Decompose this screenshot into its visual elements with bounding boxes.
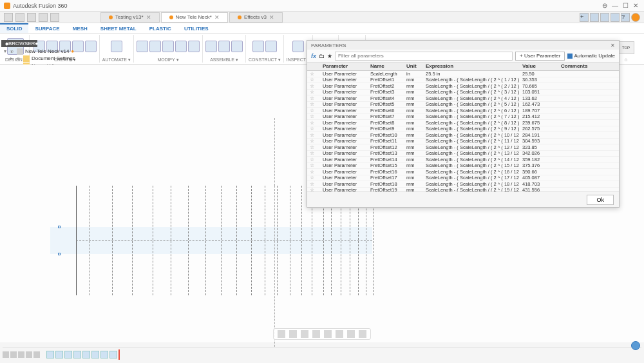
cell-comments[interactable] <box>558 104 619 105</box>
window-minimize[interactable]: — <box>611 1 620 10</box>
ribbon-tool-icon[interactable] <box>149 41 161 52</box>
cell-comments[interactable] <box>558 177 619 179</box>
timeline-feature[interactable] <box>46 351 54 358</box>
timeline-play-icon[interactable] <box>18 351 24 358</box>
grid-settings-icon[interactable] <box>347 330 355 338</box>
cell-expression[interactable]: ScaleLength - ( ScaleLength / ( 2 ^ ( 19… <box>423 186 520 191</box>
cell-comments[interactable] <box>558 183 619 184</box>
corner-identity-icon[interactable] <box>631 341 640 350</box>
ribbon-tool-icon[interactable] <box>162 41 174 52</box>
cell-comments[interactable] <box>558 134 619 135</box>
job-status-icon[interactable] <box>611 13 620 22</box>
timeline-feature[interactable] <box>91 351 99 358</box>
cell-name[interactable]: FretOffset19 <box>368 186 404 191</box>
ribbon-group-label[interactable]: CONSTRUCT ▾ <box>249 57 281 63</box>
zoom-icon[interactable] <box>312 330 320 338</box>
auto-update-checkbox[interactable]: Automatic Update <box>567 53 615 59</box>
workspace-tab-surface[interactable]: SURFACE <box>28 23 66 33</box>
ribbon-group-label[interactable]: MODIFY ▾ <box>157 57 178 63</box>
ribbon-tool-icon[interactable] <box>231 41 243 52</box>
ok-button[interactable]: Ok <box>587 195 614 205</box>
cell-comments[interactable] <box>558 92 619 93</box>
save-button[interactable] <box>27 13 36 22</box>
fit-icon[interactable] <box>324 330 332 338</box>
ribbon-tool-icon[interactable] <box>265 41 277 52</box>
workspace-tab-sheet-metal[interactable]: SHEET METAL <box>94 23 143 33</box>
cell-comments[interactable] <box>558 73 619 74</box>
redo-button[interactable] <box>50 13 59 22</box>
window-maximize[interactable]: ☐ <box>621 1 630 10</box>
folder-icon[interactable]: 🗀 <box>319 53 325 59</box>
viewport-layout-icon[interactable] <box>359 330 366 338</box>
header-name[interactable]: Name <box>368 63 404 70</box>
cell-comments[interactable] <box>558 122 619 123</box>
file-menu-button[interactable] <box>15 13 24 22</box>
browser-header[interactable]: ◆BROWSER● <box>1 40 37 47</box>
window-close[interactable]: ✕ <box>631 1 640 10</box>
header-unit[interactable]: Unit <box>404 63 423 70</box>
header-comments[interactable]: Comments <box>558 63 619 70</box>
timeline-step-fwd-icon[interactable] <box>26 351 32 358</box>
header-expression[interactable]: Expression <box>423 63 520 70</box>
data-panel-button[interactable] <box>4 13 13 22</box>
cell-comments[interactable] <box>558 116 619 117</box>
cell-comments[interactable] <box>558 146 619 148</box>
add-user-parameter-button[interactable]: + User Parameter <box>515 52 565 61</box>
display-settings-icon[interactable] <box>336 330 343 338</box>
cell-comments[interactable] <box>558 165 619 166</box>
timeline-feature[interactable] <box>82 351 90 358</box>
timeline-feature[interactable] <box>64 351 72 358</box>
file-tab[interactable]: Testing v13*✕ <box>100 12 160 23</box>
header-value[interactable]: Value <box>520 63 558 70</box>
ribbon-group-label[interactable]: ASSEMBLE ▾ <box>210 57 238 63</box>
ribbon-tool-icon[interactable] <box>252 41 264 52</box>
cell-comments[interactable] <box>558 159 619 160</box>
favorite-filter-icon[interactable]: ★ <box>327 53 332 59</box>
visibility-icon[interactable] <box>10 49 15 54</box>
dialog-close-icon[interactable]: ✕ <box>611 43 615 48</box>
cell-comments[interactable] <box>558 141 619 142</box>
tree-item[interactable]: ▸Document Settings <box>1 55 130 62</box>
file-tab[interactable]: Effects v3✕ <box>229 12 283 23</box>
sketch-point[interactable] <box>58 253 61 255</box>
cell-comments[interactable] <box>558 128 619 130</box>
sketch-point[interactable] <box>58 226 61 228</box>
cell-comments[interactable] <box>558 110 619 111</box>
ribbon-tool-icon[interactable] <box>137 41 148 52</box>
ribbon-tool-icon[interactable] <box>175 41 187 52</box>
favorite-star-icon[interactable]: ☆ <box>307 186 320 191</box>
undo-button[interactable] <box>39 13 48 22</box>
cell-unit[interactable]: mm <box>404 186 423 191</box>
visibility-icon[interactable] <box>16 56 21 61</box>
ribbon-tool-icon[interactable] <box>188 41 200 52</box>
pan-icon[interactable] <box>301 330 308 338</box>
timeline-feature[interactable] <box>100 351 108 358</box>
viewcube[interactable]: TOP <box>618 41 634 54</box>
workspace-tab-plastic[interactable]: PLASTIC <box>143 23 178 33</box>
timeline-feature[interactable] <box>73 351 81 358</box>
tab-close-icon[interactable]: ✕ <box>146 14 151 21</box>
timeline-step-back-icon[interactable] <box>10 351 17 358</box>
workspace-tab-utilities[interactable]: UTILITIES <box>178 23 215 33</box>
cell-comments[interactable] <box>558 153 619 154</box>
orbit-icon[interactable] <box>278 330 285 338</box>
timeline-start-icon[interactable] <box>3 351 9 358</box>
ribbon-tool-icon[interactable] <box>292 41 304 52</box>
notifications-icon[interactable] <box>590 13 599 22</box>
timeline-feature[interactable] <box>109 351 117 358</box>
ribbon-tool-icon[interactable] <box>218 41 230 52</box>
tab-close-icon[interactable]: ✕ <box>214 14 220 21</box>
help-icon[interactable]: ? <box>621 13 630 22</box>
ribbon-tool-icon[interactable] <box>205 41 217 52</box>
look-at-icon[interactable] <box>289 330 297 338</box>
workspace-tab-solid[interactable]: SOLID <box>0 23 28 33</box>
filter-input[interactable] <box>335 52 513 61</box>
timeline-feature[interactable] <box>55 351 63 358</box>
cell-comments[interactable] <box>558 79 619 81</box>
cell-comments[interactable] <box>558 171 619 172</box>
user-avatar[interactable] <box>631 13 640 22</box>
new-tab-button[interactable]: + <box>580 13 589 22</box>
cell-comments[interactable] <box>558 85 619 86</box>
fx-icon[interactable]: fx <box>311 53 316 59</box>
file-tab[interactable]: New Tele Neck*✕ <box>161 12 228 23</box>
